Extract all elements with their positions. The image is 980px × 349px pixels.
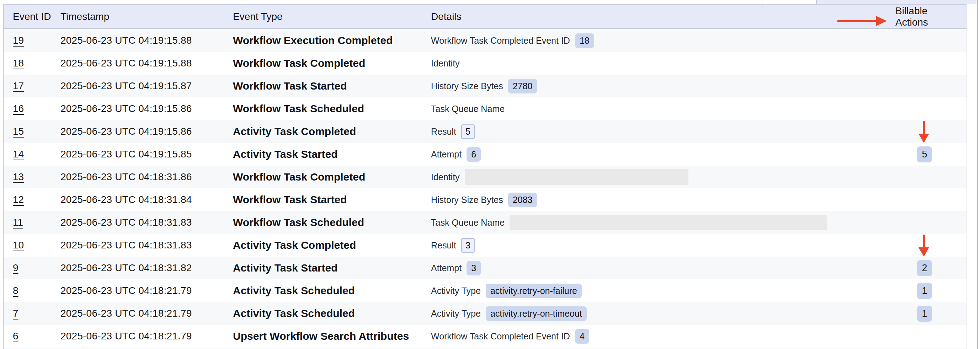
event-row[interactable]: 172025-06-23 UTC 04:19:15.87Workflow Tas… <box>3 75 966 97</box>
event-id-link[interactable]: 18 <box>13 57 24 69</box>
event-type-cell: Workflow Task Completed <box>233 171 431 183</box>
detail-value-badge: activity.retry-on-failure <box>486 284 582 298</box>
annotation-arrow-down-icon <box>918 121 929 144</box>
event-id-cell: 11 <box>3 217 60 228</box>
event-id-link[interactable]: 11 <box>13 217 23 228</box>
billable-actions-badge: 1 <box>917 283 932 299</box>
event-type-cell: Activity Task Completed <box>233 239 431 251</box>
strip-divider <box>762 0 762 4</box>
detail-label: Workflow Task Completed Event ID <box>431 35 570 46</box>
timestamp-cell: 2025-06-23 UTC 04:18:31.84 <box>60 194 233 205</box>
detail-value-redacted <box>509 215 827 230</box>
billable-actions-cell: 1 <box>896 283 966 299</box>
timestamp-cell: 2025-06-23 UTC 04:19:15.86 <box>60 126 233 137</box>
event-row[interactable]: 152025-06-23 UTC 04:19:15.86Activity Tas… <box>3 120 966 143</box>
event-id-link[interactable]: 13 <box>13 171 24 183</box>
timestamp: 2025-06-23 UTC 04:19:15.88 <box>60 35 192 46</box>
event-row[interactable]: 192025-06-23 UTC 04:19:15.88Workflow Exe… <box>3 29 966 52</box>
event-id-link[interactable]: 14 <box>13 149 24 160</box>
event-id-cell: 17 <box>3 80 60 92</box>
detail-label: Activity Type <box>431 308 481 319</box>
event-type: Activity Task Scheduled <box>233 308 355 319</box>
column-header-timestamp: Timestamp <box>60 11 233 22</box>
timestamp: 2025-06-23 UTC 04:18:31.84 <box>60 194 192 205</box>
event-type: Workflow Task Completed <box>233 57 365 69</box>
timestamp-cell: 2025-06-23 UTC 04:18:31.83 <box>60 240 233 251</box>
event-type-cell: Activity Task Started <box>233 148 431 160</box>
event-id-cell: 13 <box>3 171 60 183</box>
details-cell: Task Queue Name <box>431 215 896 230</box>
timestamp: 2025-06-23 UTC 04:18:31.83 <box>60 217 192 228</box>
event-id-link[interactable]: 10 <box>13 240 24 251</box>
detail-label: Task Queue Name <box>431 217 504 228</box>
detail-label: Workflow Task Completed Event ID <box>431 331 570 341</box>
strip-divider <box>816 0 817 4</box>
vertical-scrollbar-track[interactable] <box>966 4 977 349</box>
cropped-header-fragment <box>816 0 977 4</box>
detail-label: History Size Bytes <box>431 81 503 91</box>
event-id-link[interactable]: 19 <box>13 35 24 46</box>
details-cell: History Size Bytes2780 <box>431 79 896 94</box>
details-cell: Identity <box>431 169 896 185</box>
billable-actions-badge: 1 <box>917 306 932 322</box>
details-cell: Task Queue Name <box>431 104 896 114</box>
event-type: Activity Task Started <box>233 148 338 160</box>
billable-actions-cell: 1 <box>896 306 966 322</box>
timestamp-cell: 2025-06-23 UTC 04:19:15.87 <box>60 80 233 92</box>
timestamp-cell: 2025-06-23 UTC 04:18:21.79 <box>60 285 233 297</box>
event-id-link[interactable]: 8 <box>13 285 19 297</box>
column-header-billable-actions: Billable Actions <box>896 5 966 28</box>
event-row[interactable]: 112025-06-23 UTC 04:18:31.83Workflow Tas… <box>3 211 966 234</box>
event-id-link[interactable]: 15 <box>13 126 24 137</box>
event-type: Activity Task Started <box>233 262 338 274</box>
event-id-cell: 15 <box>3 126 60 137</box>
billable-actions-badge: 5 <box>917 146 932 162</box>
event-row[interactable]: 182025-06-23 UTC 04:19:15.88Workflow Tas… <box>3 52 966 75</box>
timestamp: 2025-06-23 UTC 04:18:31.86 <box>60 171 192 183</box>
event-row[interactable]: 132025-06-23 UTC 04:18:31.86Workflow Tas… <box>3 166 966 188</box>
event-id-cell: 12 <box>3 194 60 205</box>
details-cell: Activity Typeactivity.retry-on-failure <box>431 284 896 298</box>
panel-right-border <box>977 0 978 349</box>
details-cell: Result3 <box>431 238 896 253</box>
event-row[interactable]: 92025-06-23 UTC 04:18:31.82Activity Task… <box>3 257 966 279</box>
details-cell: Workflow Task Completed Event ID4 <box>431 329 896 344</box>
detail-value-redacted <box>465 169 689 185</box>
event-type: Workflow Task Scheduled <box>233 216 364 228</box>
detail-label: Result <box>431 127 456 137</box>
detail-value-badge: 2780 <box>508 79 537 94</box>
timestamp-cell: 2025-06-23 UTC 04:18:31.82 <box>60 262 233 274</box>
event-row[interactable]: 72025-06-23 UTC 04:18:21.79Activity Task… <box>3 302 966 325</box>
timestamp: 2025-06-23 UTC 04:19:15.86 <box>60 126 192 137</box>
event-id-cell: 7 <box>3 308 60 319</box>
event-type: Workflow Task Started <box>233 194 347 206</box>
event-type-cell: Workflow Task Started <box>233 80 431 92</box>
details-cell: Attempt3 <box>431 261 896 275</box>
event-row[interactable]: 102025-06-23 UTC 04:18:31.83Activity Tas… <box>3 234 966 257</box>
event-id-link[interactable]: 17 <box>13 80 24 92</box>
event-type: Activity Task Completed <box>233 239 356 251</box>
table-header-row: Event ID Timestamp Event Type Details Bi… <box>3 4 966 29</box>
timestamp-cell: 2025-06-23 UTC 04:18:21.79 <box>60 308 233 319</box>
event-id-link[interactable]: 9 <box>13 262 19 274</box>
event-id-link[interactable]: 6 <box>13 330 19 342</box>
event-row[interactable]: 122025-06-23 UTC 04:18:31.84Workflow Tas… <box>3 188 966 211</box>
event-row[interactable]: 62025-06-23 UTC 04:18:21.79Upsert Workfl… <box>3 325 966 347</box>
event-id-link[interactable]: 16 <box>13 103 24 114</box>
event-row[interactable]: 142025-06-23 UTC 04:19:15.85Activity Tas… <box>3 143 966 166</box>
event-id-link[interactable]: 7 <box>13 308 19 319</box>
timestamp-cell: 2025-06-23 UTC 04:19:15.88 <box>60 57 233 69</box>
billable-actions-badge: 2 <box>917 260 932 276</box>
event-type-cell: Workflow Task Scheduled <box>233 103 431 115</box>
billable-actions-cell: 5 <box>896 146 966 162</box>
details-cell: Attempt6 <box>431 147 896 162</box>
detail-value-badge: 2083 <box>508 193 537 207</box>
event-row[interactable]: 82025-06-23 UTC 04:18:21.79Activity Task… <box>3 279 966 302</box>
event-row[interactable]: 162025-06-23 UTC 04:19:15.86Workflow Tas… <box>3 97 966 120</box>
event-id-cell: 9 <box>3 262 60 274</box>
cropped-toolbar-strip <box>0 0 980 4</box>
event-id-link[interactable]: 12 <box>13 194 24 205</box>
annotation-arrow-down-icon <box>918 235 929 257</box>
detail-label: Identity <box>431 58 460 68</box>
detail-value-badge: activity.retry-on-timeout <box>486 306 587 321</box>
